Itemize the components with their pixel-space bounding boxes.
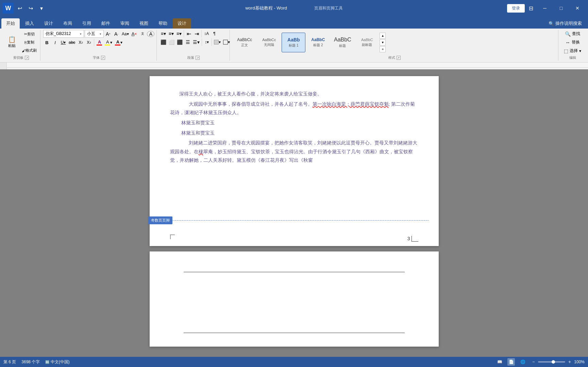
clear-format-button[interactable]: A ✕: [131, 30, 138, 38]
gallery-down-button[interactable]: ▼: [380, 39, 386, 46]
tab-mail[interactable]: 邮件: [97, 18, 115, 29]
redo-button[interactable]: ↪: [26, 3, 35, 13]
tab-design[interactable]: 设计: [39, 18, 58, 29]
style-h2-item[interactable]: AaBbC 标题 2: [306, 33, 330, 52]
font-grow-button[interactable]: A+: [104, 30, 112, 38]
style-gallery: AaBbCc 正文 AaBbCc 无间隔 AaBb 标题 1 AaBbC 标题 …: [233, 33, 379, 52]
italic-button[interactable]: I: [51, 39, 59, 46]
shading-button[interactable]: ▾: [213, 38, 222, 46]
zoom-slider[interactable]: [538, 361, 565, 363]
style-nospace-item[interactable]: AaBbCc 无间隔: [257, 33, 281, 52]
font-label: 字体 ↗: [43, 55, 154, 61]
font-name-selector[interactable]: 仿宋_GB2312 ▾: [43, 30, 84, 38]
line-spacing-button[interactable]: ↕▾: [203, 38, 211, 46]
font-name-arrow: ▾: [80, 32, 82, 36]
show-hide-button[interactable]: ¶: [211, 30, 218, 37]
borders-button[interactable]: ▾: [222, 38, 231, 46]
style-title-preview: AaBbC: [334, 37, 351, 43]
read-view-button[interactable]: 📖: [496, 358, 503, 366]
undo-button[interactable]: ↩: [15, 3, 24, 13]
footer-line: [160, 220, 429, 221]
page-content: 深得王夫人欢心，被王夫人看作心腹，并决定将来袭人给宝玉做妾。 大观园中无所事事，…: [170, 90, 418, 165]
encircle-char-button[interactable]: A: [147, 31, 154, 37]
gallery-up-button[interactable]: ▲: [380, 33, 386, 39]
minimize-button[interactable]: ─: [537, 3, 553, 14]
paste-icon: 📋: [8, 36, 16, 42]
word-app-icon: W: [3, 3, 14, 14]
underline-button[interactable]: U▾: [60, 39, 67, 46]
strikethrough-button[interactable]: abc: [68, 39, 76, 46]
cut-button[interactable]: ✂ 剪切: [20, 31, 38, 38]
sort-button[interactable]: ↕A: [203, 30, 210, 37]
justify-button[interactable]: ☰: [184, 38, 191, 46]
align-right-button[interactable]: ⬛: [176, 38, 184, 46]
maximize-button[interactable]: □: [553, 3, 569, 14]
language-status: 🔤 中文(中国): [45, 359, 69, 365]
font-shrink-button[interactable]: A-: [113, 30, 120, 38]
login-button[interactable]: 登录: [507, 4, 525, 13]
paste-button[interactable]: 📋 粘贴: [4, 33, 20, 52]
tab-design2[interactable]: 设计: [173, 18, 191, 29]
decrease-indent-button[interactable]: ⇤: [185, 30, 192, 37]
tab-ref[interactable]: 引用: [78, 18, 96, 29]
clipboard-expand[interactable]: ↗: [25, 56, 29, 60]
multilevel-button[interactable]: ≡▾: [175, 30, 183, 37]
font-color-button[interactable]: A ▾: [114, 39, 123, 46]
zoom-out-button[interactable]: －: [531, 359, 537, 365]
phonetic-button[interactable]: 文: [139, 30, 146, 38]
title-bar-left: W ↩ ↪ ▾: [3, 3, 46, 14]
superscript-button[interactable]: X2: [85, 39, 93, 46]
tab-view[interactable]: 视图: [135, 18, 153, 29]
styles-expand[interactable]: ↗: [397, 56, 401, 60]
align-center-button[interactable]: ⬜: [168, 38, 175, 46]
select-button[interactable]: ⬚ 选择 ▾: [561, 47, 584, 55]
style-normal-item[interactable]: AaBbCc 正文: [233, 33, 256, 52]
align-left-button[interactable]: ⬛: [159, 38, 167, 46]
tab-insert[interactable]: 插入: [20, 18, 39, 29]
highlight-button[interactable]: A ▾: [104, 39, 113, 46]
font-expand[interactable]: ↗: [101, 56, 105, 60]
style-title-label: 标题: [339, 43, 346, 48]
numbering-button[interactable]: ≡▾: [167, 30, 175, 37]
page-1: 深得王夫人欢心，被王夫人看作心腹，并决定将来袭人给宝玉做妾。 大观园中无所事事，…: [150, 76, 439, 246]
gallery-expand-button[interactable]: ≡: [380, 46, 386, 52]
format-paint-button[interactable]: 🖌 格式刷: [20, 47, 38, 54]
increase-indent-button[interactable]: ⇥: [193, 30, 200, 37]
text-effect-button[interactable]: A: [96, 39, 103, 46]
para-sep4: [212, 38, 212, 46]
style-title-item[interactable]: AaBbC 标题: [331, 33, 354, 52]
ribbon-tabs: 开始 插入 设计 布局 引用 邮件 审阅 视图 帮助 设计 🔍 操作说明搜索: [0, 16, 588, 29]
zoom-controls: － ＋ 100%: [531, 359, 585, 365]
print-view-button[interactable]: 📄: [507, 358, 515, 366]
quick-access-more[interactable]: ▾: [37, 3, 46, 13]
change-case-button[interactable]: Aa▾: [121, 30, 130, 38]
ruler-corner: [0, 63, 7, 69]
para-sep3: [202, 38, 202, 46]
copy-button[interactable]: ⎘ 复制: [20, 39, 38, 46]
bold-button[interactable]: B: [43, 39, 51, 46]
subscript-button[interactable]: X2: [77, 39, 84, 46]
paragraph-label: 段落 ↗: [159, 55, 228, 61]
document-area[interactable]: 深得王夫人欢心，被王夫人看作心腹，并决定将来袭人给宝玉做妾。 大观园中无所事事，…: [0, 69, 588, 366]
style-subtitle-item[interactable]: AaBbC 副标题: [355, 33, 379, 52]
web-view-button[interactable]: 🌐: [519, 358, 526, 366]
tab-layout[interactable]: 布局: [58, 18, 77, 29]
tab-help[interactable]: 帮助: [154, 18, 172, 29]
font-size-selector[interactable]: 小五 ▾: [85, 30, 104, 38]
ribbon-display-options[interactable]: ⊟: [526, 3, 536, 13]
paragraph-expand[interactable]: ↗: [196, 56, 200, 60]
tab-review[interactable]: 审阅: [116, 18, 134, 29]
tab-start[interactable]: 开始: [1, 18, 20, 29]
highlight-bar: [105, 45, 110, 46]
style-h1-item[interactable]: AaBb 标题 1: [282, 33, 305, 52]
close-button[interactable]: ✕: [570, 3, 585, 14]
font-format-row: B I U▾ abc X2 X2 A A: [43, 39, 123, 46]
distributed-button[interactable]: ☰▾: [192, 38, 201, 46]
tab-search[interactable]: 🔍 操作说明搜索: [544, 18, 587, 29]
find-button[interactable]: 🔍 查找: [562, 30, 583, 38]
bullets-button[interactable]: ≡▾: [159, 30, 167, 37]
footer-separator: 奇数页页脚: [150, 220, 439, 221]
replace-button[interactable]: ↔ 替换: [563, 38, 583, 46]
select-arrow: ▾: [579, 49, 581, 53]
zoom-in-button[interactable]: ＋: [567, 359, 573, 365]
